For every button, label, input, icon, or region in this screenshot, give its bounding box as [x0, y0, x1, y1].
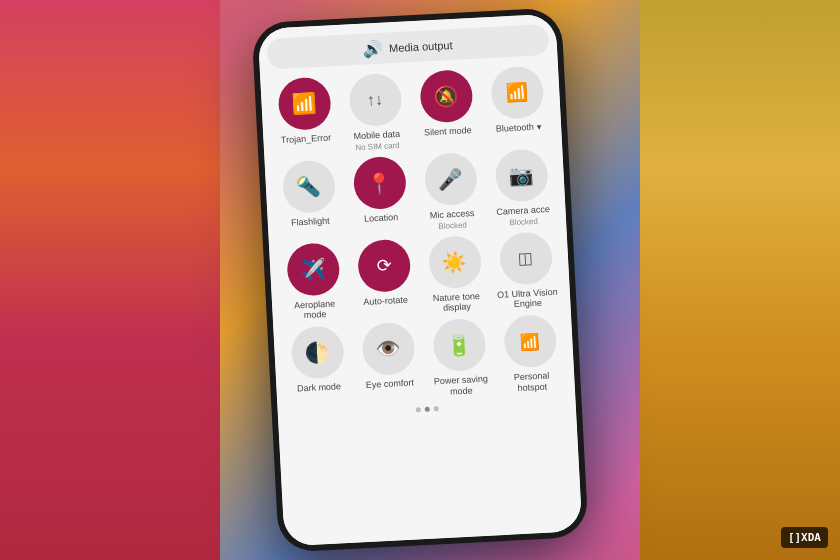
tile-vision-label: O1 Ultra Vision Engine — [496, 286, 559, 311]
quick-tiles-grid: 📶 Trojan_Error ↑↓ Mobile data No SIM car… — [268, 65, 567, 406]
wifi-icon: 📶 — [291, 91, 317, 116]
tile-camera-access[interactable]: 📷 Camera acce Blocked — [487, 148, 556, 228]
quick-settings-panel: 🔊 Media output 📶 Trojan_Error ↑↓ Mobile … — [258, 14, 583, 547]
tile-camera-circle[interactable]: 📷 — [494, 148, 549, 203]
mic-icon: 🎤 — [437, 166, 463, 191]
tile-hotspot[interactable]: 📶 Personal hotspot — [496, 314, 565, 395]
tile-nature-tone[interactable]: ☀️ Nature tone display — [421, 234, 490, 315]
tile-mobile-data[interactable]: ↑↓ Mobile data No SIM card — [341, 72, 410, 152]
tile-hotspot-label: Personal hotspot — [500, 370, 563, 395]
dot-1 — [415, 407, 420, 412]
right-bg — [640, 0, 840, 560]
tile-mic-access[interactable]: 🎤 Mic access Blocked — [416, 151, 485, 231]
tile-eye-circle[interactable]: 👁️ — [361, 322, 416, 377]
mobile-data-icon: ↑↓ — [367, 91, 384, 110]
left-bg — [0, 0, 220, 560]
tile-silent-mode[interactable]: 🔕 Silent mode — [412, 69, 481, 149]
tile-mic-circle[interactable]: 🎤 — [423, 152, 478, 207]
bluetooth-icon: 📶 — [505, 81, 528, 104]
tile-mobile-data-circle[interactable]: ↑↓ — [348, 73, 403, 128]
tile-mic-label: Mic access — [430, 208, 475, 221]
dark-mode-icon: 🌓 — [304, 340, 330, 365]
vision-icon: ◫ — [518, 248, 534, 268]
tile-hotspot-circle[interactable]: 📶 — [503, 314, 558, 369]
tile-wifi[interactable]: 📶 Trojan_Error — [270, 76, 339, 156]
tile-auto-rotate[interactable]: ⟳ Auto-rotate — [350, 238, 419, 319]
phone-body: 🔊 Media output 📶 Trojan_Error ↑↓ Mobile … — [251, 7, 588, 552]
tile-aeroplane-circle[interactable]: ✈️ — [285, 242, 340, 297]
tile-flashlight-circle[interactable]: 🔦 — [281, 159, 336, 214]
tile-location-label: Location — [364, 212, 399, 225]
tile-bluetooth-circle[interactable]: 📶 — [490, 65, 545, 120]
tile-mobile-data-sublabel: No SIM card — [355, 141, 400, 152]
tile-bluetooth-label: Bluetooth ▾ — [496, 121, 542, 134]
tile-nature-tone-circle[interactable]: ☀️ — [427, 234, 482, 289]
tile-auto-rotate-circle[interactable]: ⟳ — [356, 238, 411, 293]
tile-flashlight[interactable]: 🔦 Flashlight — [275, 159, 344, 239]
media-output-bar[interactable]: 🔊 Media output — [266, 24, 549, 70]
tile-wifi-label: Trojan_Error — [281, 132, 332, 145]
tile-location[interactable]: 📍 Location — [346, 155, 415, 235]
location-icon: 📍 — [366, 170, 392, 195]
tile-flashlight-label: Flashlight — [291, 215, 330, 228]
tile-dark-circle[interactable]: 🌓 — [290, 325, 345, 380]
tile-nature-tone-label: Nature tone display — [425, 290, 488, 315]
tile-eye-comfort[interactable]: 👁️ Eye comfort — [354, 321, 423, 402]
tile-power-saving[interactable]: 🔋 Power saving mode — [425, 318, 494, 399]
tile-silent-circle[interactable]: 🔕 — [419, 69, 474, 124]
tile-bluetooth[interactable]: 📶 Bluetooth ▾ — [483, 65, 552, 145]
tile-auto-rotate-label: Auto-rotate — [363, 294, 408, 307]
tile-camera-label: Camera acce — [496, 204, 550, 218]
tile-camera-sublabel: Blocked — [509, 216, 538, 226]
media-output-icon: 🔊 — [363, 39, 384, 59]
aeroplane-icon: ✈️ — [300, 257, 326, 282]
tile-silent-label: Silent mode — [424, 125, 472, 138]
eye-comfort-icon: 👁️ — [375, 336, 401, 361]
tile-vision-engine[interactable]: ◫ O1 Ultra Vision Engine — [492, 230, 561, 311]
phone-screen: 🔊 Media output 📶 Trojan_Error ↑↓ Mobile … — [258, 14, 583, 547]
tile-aeroplane[interactable]: ✈️ Aeroplane mode — [279, 242, 348, 323]
tile-mic-sublabel: Blocked — [438, 220, 467, 230]
tile-dark-mode[interactable]: 🌓 Dark mode — [283, 325, 352, 406]
dot-3 — [433, 406, 438, 411]
xda-watermark: []XDA — [781, 527, 828, 548]
dot-2 — [424, 406, 429, 411]
tile-dark-label: Dark mode — [297, 381, 342, 394]
tile-power-label: Power saving mode — [430, 374, 493, 399]
camera-icon: 📷 — [508, 163, 534, 188]
hotspot-icon: 📶 — [519, 332, 540, 352]
flashlight-icon: 🔦 — [295, 174, 321, 199]
power-saving-icon: 🔋 — [446, 333, 472, 358]
media-output-label: Media output — [389, 38, 453, 53]
silent-mode-icon: 🔕 — [433, 84, 459, 109]
tile-aeroplane-label: Aeroplane mode — [283, 298, 346, 323]
tile-wifi-circle[interactable]: 📶 — [277, 76, 332, 131]
tile-power-circle[interactable]: 🔋 — [432, 318, 487, 373]
nature-tone-icon: ☀️ — [441, 249, 467, 274]
tile-eye-label: Eye comfort — [366, 378, 415, 391]
tile-vision-circle[interactable]: ◫ — [498, 231, 553, 286]
auto-rotate-icon: ⟳ — [376, 254, 392, 277]
tile-location-circle[interactable]: 📍 — [352, 155, 407, 210]
